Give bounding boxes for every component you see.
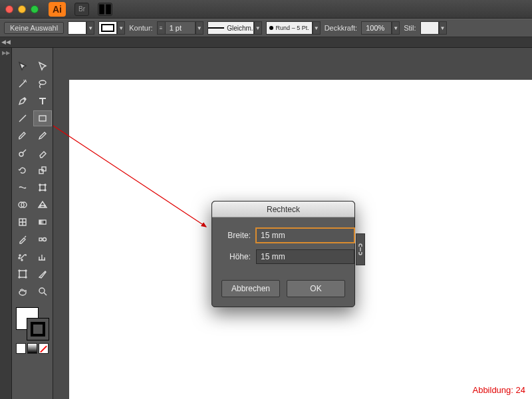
svg-point-11	[39, 190, 41, 191]
stroke-profile-combo[interactable]: Gleichm. ▼	[207, 21, 262, 35]
svg-point-9	[39, 184, 41, 186]
svg-rect-17	[39, 238, 42, 241]
height-input[interactable]	[256, 249, 354, 264]
svg-point-23	[39, 288, 45, 293]
direct-selection-tool[interactable]	[33, 59, 52, 74]
dialog-title: Rechteck	[212, 201, 354, 217]
window-close-button[interactable]	[5, 5, 13, 13]
magic-wand-tool[interactable]	[13, 76, 32, 92]
paintbrush-tool[interactable]	[13, 128, 32, 144]
svg-rect-0	[99, 4, 104, 14]
rectangle-dialog: Rechteck Breite: Höhe:	[211, 201, 355, 307]
figure-caption: Abbildung: 24	[472, 385, 525, 395]
color-mode-icon[interactable]	[16, 343, 26, 354]
blend-tool[interactable]	[33, 231, 52, 247]
panel-collapse-strip: ◀◀	[0, 37, 532, 48]
svg-rect-22	[19, 271, 26, 277]
svg-rect-6	[39, 170, 43, 174]
window-minimize-button[interactable]	[18, 5, 26, 13]
zoom-tool[interactable]	[33, 283, 52, 299]
width-tool[interactable]	[13, 180, 32, 196]
hand-tool[interactable]	[13, 283, 32, 299]
svg-point-10	[45, 184, 46, 186]
opacity-label: Deckkraft:	[325, 24, 358, 32]
constrain-proportions-button[interactable]	[356, 233, 365, 265]
eyedropper-tool[interactable]	[13, 231, 32, 247]
stroke-swatch-combo[interactable]: ▼	[98, 21, 125, 35]
pencil-tool[interactable]	[33, 128, 52, 144]
tools-panel	[12, 48, 53, 399]
mac-titlebar: Ai Br	[0, 0, 532, 19]
bridge-button[interactable]: Br	[74, 3, 89, 16]
style-label: Stil:	[404, 24, 416, 32]
shape-builder-tool[interactable]	[13, 197, 32, 213]
document-area: × Unbenannt-2 bei 70 % (CMYK/Vorschau) R…	[53, 48, 532, 399]
fill-stroke-indicator[interactable]	[12, 305, 53, 342]
blob-brush-tool[interactable]	[13, 145, 32, 161]
arrange-documents-button[interactable]	[98, 3, 112, 16]
gradient-tool[interactable]	[33, 214, 52, 230]
app-logo-icon: Ai	[49, 2, 66, 17]
svg-rect-7	[42, 167, 46, 171]
svg-rect-1	[106, 4, 111, 14]
artboard-tool[interactable]	[13, 266, 32, 282]
width-label: Breite:	[221, 231, 251, 240]
slice-tool[interactable]	[33, 266, 52, 282]
free-transform-tool[interactable]	[33, 180, 52, 196]
scale-tool[interactable]	[33, 162, 52, 178]
svg-point-19	[19, 255, 21, 256]
rotate-tool[interactable]	[13, 162, 32, 178]
graphic-style-combo[interactable]: ▼	[420, 21, 447, 35]
line-segment-tool[interactable]	[13, 110, 32, 126]
svg-rect-16	[39, 220, 46, 224]
control-bar: Keine Auswahl ▼ ▼ Kontur: ≡ 1 pt ▼ Gleic…	[0, 19, 532, 37]
svg-rect-4	[39, 116, 46, 121]
symbol-sprayer-tool[interactable]	[13, 249, 32, 265]
column-graph-tool[interactable]	[33, 249, 52, 265]
selection-tool[interactable]	[13, 59, 32, 74]
none-mode-icon[interactable]	[39, 343, 49, 354]
svg-point-3	[24, 98, 25, 100]
stroke-swatch-icon[interactable]	[27, 318, 49, 340]
lasso-tool[interactable]	[33, 76, 52, 92]
brush-definition-combo[interactable]: Rund – 5 Pt. ▼	[266, 21, 321, 35]
gradient-mode-icon[interactable]	[27, 343, 37, 354]
eraser-tool[interactable]	[33, 145, 52, 161]
width-input[interactable]	[256, 228, 354, 243]
svg-point-2	[39, 80, 46, 84]
height-label: Höhe:	[221, 252, 251, 261]
ok-button[interactable]: OK	[287, 280, 345, 297]
svg-point-20	[19, 257, 20, 259]
stroke-weight-field[interactable]: ≡ 1 pt ▼	[157, 21, 203, 35]
opacity-field[interactable]: 100% ▼	[361, 21, 400, 35]
svg-point-21	[21, 259, 23, 261]
selection-state-label: Keine Auswahl	[4, 22, 64, 34]
cancel-button[interactable]: Abbrechen	[221, 280, 280, 297]
type-tool[interactable]	[33, 93, 52, 109]
dock-grip-icon[interactable]: ▶▶	[0, 48, 11, 57]
window-zoom-button[interactable]	[31, 5, 39, 13]
rectangle-tool[interactable]	[33, 110, 52, 126]
svg-point-18	[43, 238, 47, 241]
svg-point-12	[45, 190, 46, 191]
perspective-grid-tool[interactable]	[33, 197, 52, 213]
pen-tool[interactable]	[13, 93, 32, 109]
left-dock-rail: ▶▶	[0, 48, 12, 399]
expand-panels-icon[interactable]: ◀◀	[1, 37, 11, 47]
mesh-tool[interactable]	[13, 214, 32, 230]
fill-swatch-combo[interactable]: ▼	[68, 21, 94, 35]
stroke-label: Kontur:	[129, 24, 152, 32]
